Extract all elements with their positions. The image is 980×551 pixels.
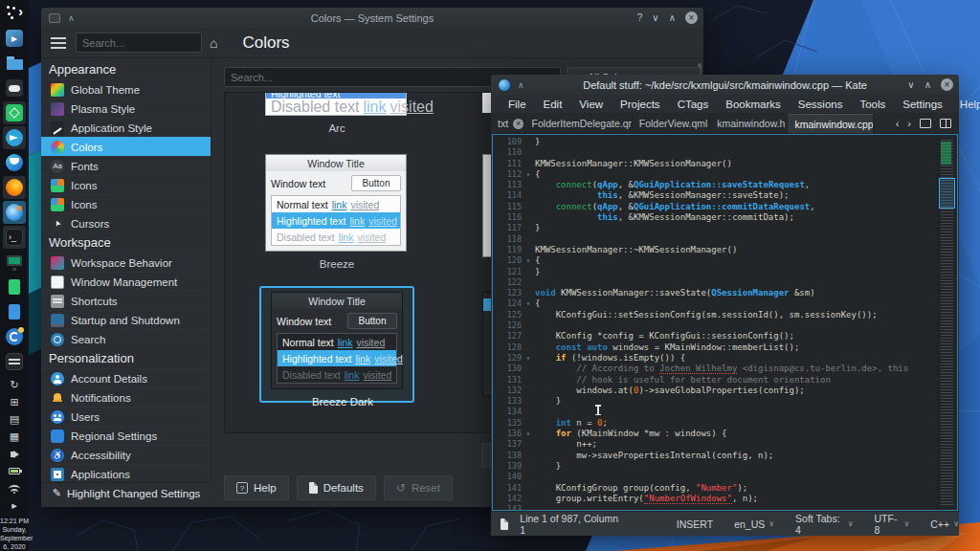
- tab-folderitemdelegate.qml[interactable]: FolderItemDelegate.qml×: [525, 114, 633, 133]
- tray-updates-icon[interactable]: ↻: [7, 378, 22, 392]
- menu-projects[interactable]: Projects: [612, 99, 668, 110]
- scheme-card-breeze[interactable]: Window Title Window text Button Normal t…: [265, 154, 409, 270]
- taskbar-firefox-icon[interactable]: [3, 176, 26, 199]
- tray-volume-icon[interactable]: [7, 447, 22, 461]
- sidebar-item-accessibility[interactable]: ♿Accessibility: [41, 445, 211, 464]
- hamburger-menu-icon[interactable]: [51, 37, 66, 49]
- minimize-button[interactable]: ∨: [652, 12, 658, 23]
- sidebar-item-icons[interactable]: Icons: [41, 175, 211, 194]
- code-editor[interactable]: 109}110111KMWSessionManager::KMWSessionM…: [492, 134, 958, 511]
- taskbar-konsole-icon[interactable]: ›_: [3, 226, 26, 249]
- tray-screen-layout-icon[interactable]: ⊞: [7, 395, 22, 409]
- sidebar-item-shortcuts[interactable]: Shortcuts: [41, 291, 211, 310]
- sidebar-item-icons[interactable]: Icons: [41, 194, 211, 213]
- fold-marker-icon[interactable]: ▾: [522, 429, 535, 439]
- menu-bookmarks[interactable]: Bookmarks: [718, 99, 789, 110]
- tab-folderview.qml[interactable]: FolderView.qml×: [633, 114, 710, 133]
- highlight-changed-settings[interactable]: ✎ Highlight Changed Settings: [41, 482, 212, 503]
- document-status-icon[interactable]: [501, 518, 508, 530]
- split-view-icon[interactable]: [940, 119, 951, 128]
- taskbar-blue-document-app-icon[interactable]: [3, 300, 26, 323]
- tab-txt[interactable]: txt×: [491, 114, 525, 133]
- taskbar-browser-swirl-icon[interactable]: [3, 151, 26, 174]
- reset-button[interactable]: ↺ Reset: [384, 475, 453, 500]
- close-button[interactable]: ×: [941, 78, 953, 91]
- kate-titlebar[interactable]: ∧ Default stuff: ~/kde/src/kxmlgui/src/k…: [491, 75, 959, 95]
- taskbar-file-manager-icon[interactable]: [3, 52, 26, 75]
- tab-width-select[interactable]: Soft Tabs: 4∨: [795, 513, 853, 536]
- sidebar-item-plasma-style[interactable]: Plasma Style: [41, 99, 211, 118]
- next-document-icon[interactable]: ›: [907, 118, 911, 129]
- menu-help[interactable]: Help: [952, 99, 980, 110]
- taskbar-app-launcher-icon[interactable]: ›: [3, 2, 26, 25]
- sidebar-item-global-theme[interactable]: Global Theme: [41, 79, 211, 99]
- scheme-card-breeze-dark[interactable]: Window Title Window text Button Normal t…: [271, 292, 414, 408]
- system-settings-app-icon[interactable]: [49, 13, 60, 23]
- digital-clock[interactable]: 12:21 PMSunday,September6, 2020: [0, 517, 29, 551]
- keep-above-icon[interactable]: ∧: [68, 13, 75, 23]
- dictionary-select[interactable]: en_US∨: [734, 518, 774, 530]
- encoding-select[interactable]: UTF-8∨: [875, 513, 910, 536]
- tray-wifi-icon[interactable]: [7, 481, 22, 496]
- sidebar-item-account-details[interactable]: Account Details: [41, 368, 211, 387]
- home-icon[interactable]: ⌂: [210, 35, 217, 51]
- new-document-icon[interactable]: [920, 119, 931, 128]
- menu-view[interactable]: View: [571, 99, 611, 110]
- close-tab-icon[interactable]: ×: [513, 119, 523, 129]
- sidebar-item-notifications[interactable]: Notifications: [41, 387, 211, 407]
- sidebar-item-applications[interactable]: Applications: [41, 464, 211, 483]
- sidebar-item-workspace-behavior[interactable]: Workspace Behavior: [41, 253, 211, 272]
- minimap-scrollbar[interactable]: [937, 136, 956, 509]
- sidebar-item-search[interactable]: Search: [41, 329, 211, 348]
- minimize-button[interactable]: ∨: [907, 79, 914, 90]
- tab-kmainwindow.cpp[interactable]: kmainwindow.cpp×: [788, 114, 874, 133]
- help-button[interactable]: ?: [637, 12, 643, 23]
- fold-marker-icon[interactable]: ▾: [522, 169, 535, 180]
- defaults-button[interactable]: Defaults: [297, 475, 376, 500]
- tray-panel-expander-icon[interactable]: ▸: [7, 498, 22, 513]
- taskbar-display-app-icon[interactable]: [3, 251, 26, 274]
- fold-marker-icon[interactable]: ▾: [522, 298, 535, 309]
- fold-marker-icon[interactable]: ▾: [522, 353, 535, 364]
- close-button[interactable]: ×: [685, 11, 698, 24]
- sidebar-item-users[interactable]: Users: [41, 407, 211, 426]
- menu-file[interactable]: File: [501, 99, 534, 110]
- taskbar-falkon-icon[interactable]: [3, 201, 26, 224]
- sidebar-item-regional-settings[interactable]: Regional Settings: [41, 426, 211, 445]
- tray-screenshot-icon[interactable]: ▦: [7, 430, 22, 444]
- maximize-button[interactable]: ∧: [669, 12, 676, 23]
- cursor-position[interactable]: Line 1 of 987, Column 1: [520, 513, 618, 536]
- sidebar-search-input[interactable]: [76, 33, 202, 53]
- sidebar-item-application-style[interactable]: Application Style: [41, 118, 211, 137]
- taskbar-neon-app-icon[interactable]: [3, 101, 26, 124]
- taskbar-dark-settings-app-icon[interactable]: [3, 350, 26, 373]
- sidebar-item-fonts[interactable]: AaFonts: [41, 156, 211, 175]
- sidebar-item-window-management[interactable]: Window Management: [41, 272, 211, 291]
- system-settings-titlebar[interactable]: ∧ Colors — System Settings ? ∨ ∧ ×: [41, 8, 703, 28]
- minimap-viewport[interactable]: [939, 178, 955, 209]
- previous-document-icon[interactable]: ‹: [896, 118, 900, 129]
- taskbar-discover-icon[interactable]: ▸: [3, 27, 26, 50]
- taskbar-swirl-badge-app-icon[interactable]: [3, 325, 26, 348]
- input-mode[interactable]: INSERT: [677, 518, 713, 530]
- menu-tools[interactable]: Tools: [852, 99, 893, 110]
- tray-clipboard-icon[interactable]: ▤: [7, 412, 22, 427]
- taskbar-telegram-icon[interactable]: [3, 126, 26, 149]
- menu-settings[interactable]: Settings: [895, 99, 950, 110]
- sidebar-item-colors[interactable]: Colors: [41, 137, 211, 156]
- menu-sessions[interactable]: Sessions: [791, 99, 851, 110]
- help-button[interactable]: ? Help: [224, 475, 289, 500]
- sidebar-item-startup-and-shutdown[interactable]: Startup and Shutdown: [41, 310, 211, 329]
- taskbar-green-document-app-icon[interactable]: [3, 276, 26, 298]
- tab-kmainwindow.h[interactable]: kmainwindow.h×: [710, 114, 788, 133]
- maximize-button[interactable]: ∧: [924, 79, 931, 90]
- menu-ctags[interactable]: CTags: [670, 99, 717, 110]
- scheme-card-arc[interactable]: Highlighted text Disabled text link visi…: [265, 92, 409, 134]
- sidebar-item-cursors[interactable]: Cursors: [41, 213, 211, 232]
- menu-edit[interactable]: Edit: [536, 99, 570, 110]
- taskbar-discord-icon[interactable]: [3, 77, 26, 99]
- tray-battery-icon[interactable]: [7, 464, 22, 478]
- keep-above-icon[interactable]: ∧: [518, 80, 524, 90]
- syntax-mode-select[interactable]: C++∨: [930, 518, 959, 530]
- fold-marker-icon[interactable]: ▾: [522, 255, 535, 266]
